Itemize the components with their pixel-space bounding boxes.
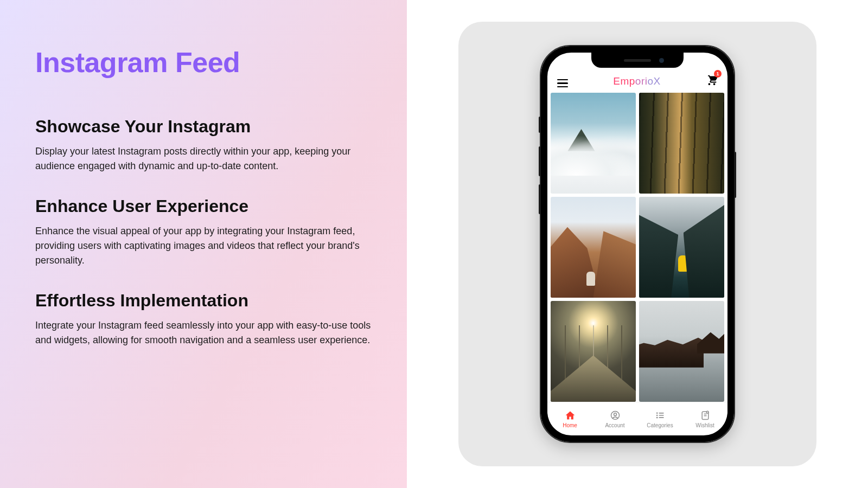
svg-rect-5 <box>659 415 663 416</box>
svg-point-1 <box>614 413 616 415</box>
home-icon <box>565 410 576 421</box>
phone-side-button <box>539 184 541 214</box>
phone-notch <box>591 53 684 68</box>
section-body: Display your latest Instagram posts dire… <box>35 144 372 174</box>
phone-screen: EmporioX 1 <box>547 53 727 435</box>
nav-wishlist[interactable]: Wishlist <box>682 402 727 435</box>
feed-tile[interactable] <box>551 93 636 194</box>
brand-part: ori <box>635 75 648 87</box>
wishlist-icon <box>700 410 711 421</box>
feed-tile[interactable] <box>639 93 724 194</box>
nav-label: Home <box>563 422 577 428</box>
list-icon <box>655 410 666 421</box>
feed-tile[interactable] <box>551 301 636 402</box>
account-icon <box>610 410 621 421</box>
svg-point-6 <box>656 416 658 418</box>
feature-section: Showcase Your Instagram Display your lat… <box>35 117 372 174</box>
page-title: Instagram Feed <box>35 46 385 79</box>
brand-logo: EmporioX <box>613 75 660 87</box>
phone-side-button <box>539 146 541 176</box>
svg-point-2 <box>656 412 658 414</box>
section-body: Integrate your Instagram feed seamlessly… <box>35 318 372 348</box>
svg-rect-3 <box>659 413 663 414</box>
marketing-copy-panel: Instagram Feed Showcase Your Instagram D… <box>0 0 407 488</box>
nav-account[interactable]: Account <box>592 402 637 435</box>
bottom-nav: Home Account Categories Wishlist <box>547 402 727 435</box>
phone-mockup: EmporioX 1 <box>541 46 734 442</box>
hamburger-menu-icon[interactable] <box>557 79 568 88</box>
cart-badge: 1 <box>714 70 722 78</box>
app-content: EmporioX 1 <box>547 53 727 435</box>
phone-side-button <box>734 152 736 198</box>
section-heading: Enhance User Experience <box>35 196 372 216</box>
phone-side-button <box>539 117 541 133</box>
nav-label: Categories <box>647 422 673 428</box>
nav-home[interactable]: Home <box>547 402 592 435</box>
cart-button[interactable]: 1 <box>706 73 718 87</box>
svg-rect-7 <box>659 417 663 418</box>
nav-label: Wishlist <box>695 422 714 428</box>
instagram-grid <box>547 93 727 402</box>
nav-label: Account <box>605 422 624 428</box>
feed-tile[interactable] <box>639 301 724 402</box>
brand-part: Emp <box>613 75 635 87</box>
svg-point-4 <box>656 414 658 416</box>
mockup-panel: EmporioX 1 <box>407 0 868 488</box>
section-heading: Showcase Your Instagram <box>35 117 372 137</box>
feed-tile[interactable] <box>639 197 724 298</box>
feed-tile[interactable] <box>551 197 636 298</box>
section-body: Enhance the visual appeal of your app by… <box>35 224 372 268</box>
feature-section: Enhance User Experience Enhance the visu… <box>35 196 372 268</box>
nav-categories[interactable]: Categories <box>637 402 682 435</box>
brand-part: oX <box>647 75 660 87</box>
feature-section: Effortless Implementation Integrate your… <box>35 291 372 348</box>
device-card: EmporioX 1 <box>458 22 816 466</box>
section-heading: Effortless Implementation <box>35 291 372 311</box>
